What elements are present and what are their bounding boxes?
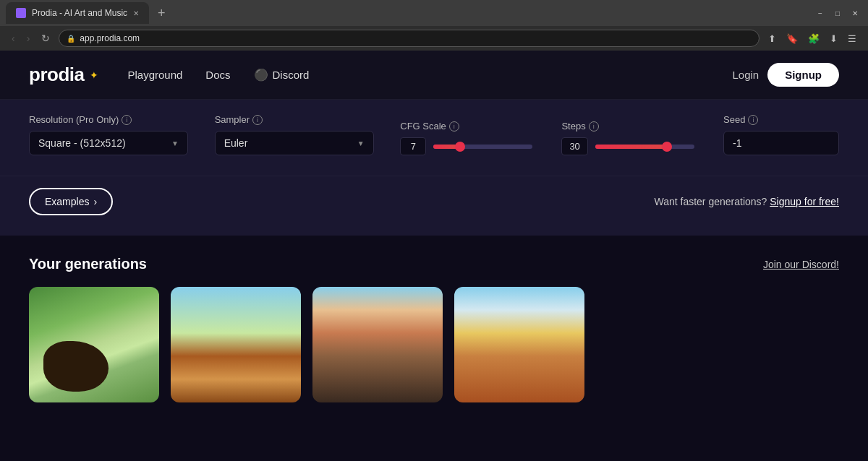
gen-placeholder-dog bbox=[29, 287, 159, 402]
examples-arrow-icon: › bbox=[93, 196, 97, 207]
dropdown-arrow-icon: ▼ bbox=[171, 139, 179, 147]
seed-group: Seed i -1 bbox=[723, 114, 839, 155]
nav-docs[interactable]: Docs bbox=[205, 69, 230, 81]
gen-placeholder-anime1 bbox=[312, 287, 443, 402]
generation-image-forest[interactable] bbox=[171, 287, 301, 402]
browser-chrome: Prodia - AI Art and Music ✕ + − □ ✕ ‹ › … bbox=[0, 0, 868, 51]
discord-icon: ⚫ bbox=[254, 68, 268, 82]
share-button[interactable]: ⬆ bbox=[765, 32, 779, 46]
cfg-value-badge: 7 bbox=[400, 137, 426, 155]
generations-grid bbox=[29, 287, 839, 402]
signup-button[interactable]: Signup bbox=[767, 63, 839, 87]
settings-panel: Resolution (Pro Only) i Square - (512x51… bbox=[0, 100, 868, 176]
steps-group: Steps i 30 bbox=[561, 121, 694, 155]
steps-label: Steps i bbox=[561, 121, 694, 132]
cfg-slider-container: 7 bbox=[400, 137, 532, 155]
steps-info-icon[interactable]: i bbox=[589, 121, 599, 132]
logo-text: prodia bbox=[29, 64, 84, 86]
resolution-group: Resolution (Pro Only) i Square - (512x51… bbox=[29, 114, 186, 155]
tab-favicon bbox=[16, 8, 26, 18]
extensions-button[interactable]: 🧩 bbox=[805, 32, 822, 46]
cfg-scale-label: CFG Scale i bbox=[400, 121, 532, 132]
tab-close-button[interactable]: ✕ bbox=[133, 9, 139, 17]
maximize-button[interactable]: □ bbox=[830, 6, 845, 20]
logo-star: ✦ bbox=[90, 69, 98, 81]
signup-free-link[interactable]: Signup for free! bbox=[770, 196, 839, 207]
nav-discord[interactable]: ⚫ Discord bbox=[254, 68, 310, 82]
minimize-button[interactable]: − bbox=[813, 6, 827, 20]
sampler-label: Sampler i bbox=[215, 114, 372, 125]
steps-slider-fill bbox=[595, 145, 667, 149]
resolution-dropdown[interactable]: Square - (512x512) ▼ bbox=[29, 131, 188, 155]
lock-icon: 🔒 bbox=[67, 35, 75, 43]
steps-slider-container: 30 bbox=[561, 137, 694, 155]
generation-image-dog[interactable] bbox=[29, 287, 159, 402]
sampler-dropdown[interactable]: Euler ▼ bbox=[215, 131, 374, 155]
app-navbar: prodia ✦ Playground Docs ⚫ Discord Login… bbox=[0, 51, 868, 100]
nav-auth: Login Signup bbox=[732, 63, 839, 87]
cfg-info-icon[interactable]: i bbox=[449, 121, 459, 132]
examples-button-label: Examples bbox=[45, 196, 89, 207]
back-button[interactable]: ‹ bbox=[9, 31, 18, 46]
new-tab-button[interactable]: + bbox=[152, 3, 171, 24]
close-button[interactable]: ✕ bbox=[848, 6, 862, 20]
resolution-info-icon[interactable]: i bbox=[122, 115, 132, 125]
gen-placeholder-anime2 bbox=[454, 287, 584, 402]
forward-button[interactable]: › bbox=[24, 31, 33, 46]
settings-row: Resolution (Pro Only) i Square - (512x51… bbox=[29, 114, 839, 155]
sampler-dropdown-arrow-icon: ▼ bbox=[357, 139, 365, 147]
seed-input[interactable]: -1 bbox=[723, 131, 839, 155]
seed-info-icon[interactable]: i bbox=[748, 115, 758, 125]
sampler-group: Sampler i Euler ▼ bbox=[215, 114, 372, 155]
cfg-scale-group: CFG Scale i 7 bbox=[400, 121, 532, 155]
nav-discord-label: Discord bbox=[273, 69, 310, 81]
browser-nav: ‹ › ↻ 🔒 app.prodia.com ⬆ 🔖 🧩 ⬇ ☰ bbox=[0, 26, 868, 51]
nav-links: Playground Docs ⚫ Discord bbox=[127, 68, 309, 82]
tab-title: Prodia - AI Art and Music bbox=[32, 8, 127, 18]
generations-section: Your generations Join our Discord! bbox=[0, 236, 868, 423]
nav-playground[interactable]: Playground bbox=[127, 69, 182, 81]
seed-label: Seed i bbox=[723, 114, 839, 125]
bookmark-button[interactable]: 🔖 bbox=[783, 32, 801, 46]
download-button[interactable]: ⬇ bbox=[827, 32, 841, 46]
login-button[interactable]: Login bbox=[732, 69, 759, 81]
steps-value-badge: 30 bbox=[561, 137, 587, 155]
examples-section: Examples › Want faster generations? Sign… bbox=[0, 176, 868, 236]
browser-tabs: Prodia - AI Art and Music ✕ + − □ ✕ bbox=[0, 0, 868, 26]
logo[interactable]: prodia ✦ bbox=[29, 64, 98, 86]
refresh-button[interactable]: ↻ bbox=[38, 31, 53, 46]
steps-slider-track[interactable] bbox=[595, 145, 694, 149]
address-bar[interactable]: 🔒 app.prodia.com bbox=[59, 30, 760, 47]
generation-image-anime2[interactable] bbox=[454, 287, 584, 402]
gen-placeholder-forest bbox=[171, 287, 301, 402]
generation-image-anime1[interactable] bbox=[312, 287, 443, 402]
generations-header: Your generations Join our Discord! bbox=[29, 256, 839, 272]
cfg-slider-thumb[interactable] bbox=[455, 142, 465, 152]
cfg-slider-track[interactable] bbox=[433, 145, 532, 149]
sampler-info-icon[interactable]: i bbox=[252, 115, 263, 125]
browser-actions: ⬆ 🔖 🧩 ⬇ ☰ bbox=[765, 32, 859, 46]
resolution-label: Resolution (Pro Only) i bbox=[29, 114, 186, 125]
generations-title: Your generations bbox=[29, 256, 147, 272]
url-text: app.prodia.com bbox=[80, 33, 140, 43]
menu-button[interactable]: ☰ bbox=[845, 32, 859, 46]
discord-link[interactable]: Join our Discord! bbox=[763, 259, 839, 270]
steps-slider-thumb[interactable] bbox=[662, 142, 672, 152]
faster-text: Want faster generations? Signup for free… bbox=[654, 196, 839, 207]
examples-button[interactable]: Examples › bbox=[29, 188, 113, 215]
active-tab[interactable]: Prodia - AI Art and Music ✕ bbox=[6, 2, 149, 24]
